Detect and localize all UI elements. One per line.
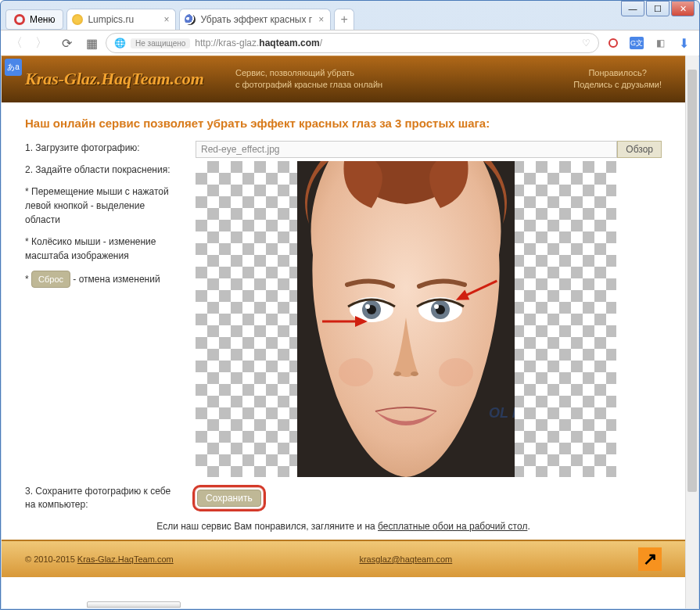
save-button[interactable]: Сохранить <box>197 490 261 507</box>
liveinternet-counter-icon[interactable]: ↗ <box>638 547 662 571</box>
svg-point-8 <box>434 304 439 309</box>
opera-extension-icon[interactable] <box>602 34 624 52</box>
copyright-text: © 2010-2015 <box>25 554 77 564</box>
reset-button[interactable]: Сброс <box>31 271 70 289</box>
page-title: Наш онлайн сервис позволяет убрать эффек… <box>25 117 662 130</box>
svg-point-11 <box>339 358 373 386</box>
translate-page-badge[interactable]: あa <box>5 59 22 76</box>
sidebar-toggle-icon[interactable]: ◧ <box>649 34 671 52</box>
svg-text:OL N: OL N <box>489 405 515 421</box>
tab-close-icon[interactable]: × <box>317 14 325 25</box>
step2-label: 2. Задайте области покраснения: <box>25 163 181 177</box>
site-tagline: Сервис, позволяющий убрать с фотографий … <box>235 67 382 92</box>
tab-close-icon[interactable]: × <box>162 14 171 25</box>
window-minimize-button[interactable]: — <box>621 1 644 16</box>
favicon-icon <box>72 14 83 25</box>
svg-point-9 <box>393 371 401 376</box>
image-canvas[interactable]: OL N <box>196 161 616 477</box>
copyright-link[interactable]: Kras-Glaz.HaqTeam.com <box>77 554 174 564</box>
share-block[interactable]: Понравилось? Поделись с друзьями! <box>573 67 662 92</box>
tab-title: Lumpics.ru <box>88 14 134 25</box>
opera-logo-icon <box>14 14 25 25</box>
forward-button[interactable]: 〉 <box>31 32 52 54</box>
svg-point-4 <box>365 304 370 309</box>
site-footer: © 2010-2015 Kras-Glaz.HaqTeam.com krasgl… <box>2 540 685 577</box>
step1-label: 1. Загрузите фотографию: <box>25 141 181 155</box>
new-tab-button[interactable]: + <box>334 9 354 30</box>
taskbar-hint <box>87 601 181 608</box>
save-button-highlight: Сохранить <box>192 485 266 511</box>
url-text: http://kras-glaz.haqteam.com/ <box>195 38 577 48</box>
menu-label: Меню <box>30 14 55 25</box>
reload-button[interactable]: ⟳ <box>56 32 77 54</box>
globe-icon: 🌐 <box>114 38 126 48</box>
back-button[interactable]: 〈 <box>5 32 27 54</box>
window-maximize-button[interactable]: ☐ <box>646 1 669 16</box>
download-icon[interactable]: ⬇ <box>673 34 695 52</box>
insecure-badge: Не защищено <box>131 38 190 48</box>
file-path-input[interactable]: Red-eye_effect.jpg <box>196 141 617 158</box>
browse-button[interactable]: Обзор <box>617 141 662 158</box>
svg-point-10 <box>411 371 418 376</box>
browser-menu-button[interactable]: Меню <box>5 9 63 30</box>
favicon-icon <box>185 14 196 25</box>
step3-label: 3. Сохраните фотографию к себе на компью… <box>25 485 181 511</box>
wallpaper-link[interactable]: бесплатные обои на рабочий стол <box>378 521 527 532</box>
vertical-scrollbar[interactable] <box>685 56 698 608</box>
speed-dial-button[interactable]: ▦ <box>81 32 102 54</box>
contact-email-link[interactable]: krasglaz@haqteam.com <box>359 554 452 564</box>
site-header: Kras-Glaz.HaqTeam.com Сервис, позволяющи… <box>2 56 685 102</box>
address-bar[interactable]: 🌐 Не защищено http://kras-glaz.haqteam.c… <box>106 33 599 53</box>
instruction-wheel: * Колёсико мыши - изменение масштаба изо… <box>25 235 181 263</box>
annotation-arrow-icon <box>321 314 368 329</box>
bookmark-icon[interactable]: ♡ <box>582 38 591 48</box>
tab-krasglaz[interactable]: Убрать эффект красных г × <box>179 9 331 30</box>
svg-marker-15 <box>355 316 368 327</box>
instruction-reset: * Сброс - отмена изменений <box>25 271 181 289</box>
window-close-button[interactable]: ✕ <box>671 1 695 16</box>
tab-title: Убрать эффект красных г <box>200 14 312 25</box>
footer-promo-text: Если наш сервис Вам понравился, заглянит… <box>25 521 662 532</box>
instruction-drag: * Перемещение мыши с нажатой левой кнопк… <box>25 185 181 227</box>
site-logo[interactable]: Kras-Glaz.HaqTeam.com <box>25 69 204 89</box>
svg-point-12 <box>439 358 473 386</box>
tab-lumpics[interactable]: Lumpics.ru × <box>66 9 176 30</box>
translate-extension-icon[interactable]: G文 <box>626 34 648 52</box>
